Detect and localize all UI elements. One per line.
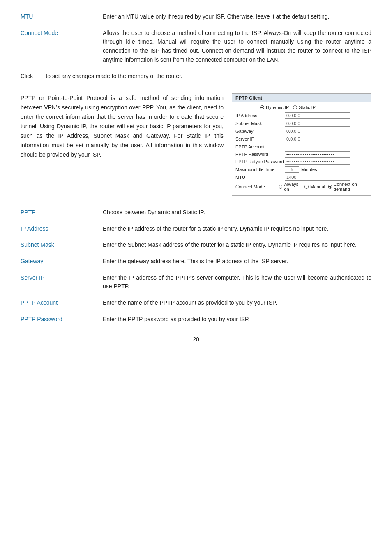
pptp-field-row-6: PPTP Retype Password xyxy=(235,159,368,165)
pptp-field-label-5: PPTP Password xyxy=(235,152,285,157)
pptp-field-label-4: PPTP Account xyxy=(235,144,285,149)
mtu-definition: Enter an MTU value only if required by y… xyxy=(103,12,371,21)
static-ip-radio-circle xyxy=(293,105,297,109)
def-definition-gateway: Enter the gateway address here. This is … xyxy=(103,257,371,266)
connect-on-demand-label: Connect-on-demand xyxy=(334,182,368,192)
manual-radio[interactable]: Manual xyxy=(304,184,325,189)
panel-mtu-label: MTU xyxy=(235,175,285,180)
manual-circle xyxy=(304,185,309,189)
def-definition-pptp: Choose between Dynamic and Static IP. xyxy=(103,208,371,217)
panel-connect-mode-label: Connect Mode xyxy=(235,184,279,189)
connect-mode-term: Connect Mode xyxy=(21,29,103,65)
pptp-field-label-6: PPTP Retype Password xyxy=(235,159,285,164)
pptp-field-label-1: Subnet Mask xyxy=(235,121,285,126)
def-row-subnet-mask: Subnet MaskEnter the Subnet Mask address… xyxy=(21,241,371,250)
pptp-ip-type-row: Dynamic IP Static IP xyxy=(235,105,368,110)
pptp-field-row-4: PPTP Account xyxy=(235,144,368,150)
pptp-field-row-0: IP Address xyxy=(235,112,368,119)
pptp-panel-title: PPTP Client xyxy=(232,94,371,102)
def-row-ip-address: IP AddressEnter the IP address of the ro… xyxy=(21,225,371,234)
click-instruction: Click to set any changes made to the mem… xyxy=(21,72,371,81)
page-number: 20 xyxy=(21,336,371,343)
always-on-circle xyxy=(279,185,283,189)
def-term-subnet-mask: Subnet Mask xyxy=(21,241,103,250)
pptp-intro-text: PPTP or Point-to-Point Protocol is a saf… xyxy=(21,93,224,196)
always-on-label: Always-on xyxy=(284,182,301,192)
always-on-radio[interactable]: Always-on xyxy=(279,182,301,192)
pptp-fields-container: IP AddressSubnet MaskGatewayServer IPPPT… xyxy=(235,112,368,165)
connect-on-demand-circle xyxy=(328,185,332,189)
pptp-field-row-2: Gateway xyxy=(235,128,368,134)
idle-time-input[interactable] xyxy=(285,166,299,173)
def-definition-server-ip: Enter the IP address of the PPTP’s serve… xyxy=(103,273,371,291)
static-ip-label: Static IP xyxy=(299,105,316,110)
def-term-gateway: Gateway xyxy=(21,257,103,266)
pptp-panel: PPTP Client Dynamic IP Static IP IP Addr… xyxy=(232,93,371,196)
pptp-field-input-4[interactable] xyxy=(285,144,350,150)
def-row-pptp-password: PPTP PasswordEnter the PPTP password as … xyxy=(21,315,371,324)
static-ip-radio-label[interactable]: Static IP xyxy=(293,105,316,110)
pptp-connect-options: Always-on Manual Connect-on-demand xyxy=(279,182,368,192)
def-row-gateway: GatewayEnter the gateway address here. T… xyxy=(21,257,371,266)
manual-label: Manual xyxy=(310,184,325,189)
pptp-field-label-2: Gateway xyxy=(235,129,285,134)
def-term-ip-address: IP Address xyxy=(21,225,103,234)
pptp-intro-area: PPTP or Point-to-Point Protocol is a saf… xyxy=(21,93,371,196)
pptp-field-input-3[interactable] xyxy=(285,136,350,142)
mtu-term: MTU xyxy=(21,12,103,21)
pptp-field-input-1[interactable] xyxy=(285,120,350,127)
def-definition-ip-address: Enter the IP address of the router for a… xyxy=(103,225,371,234)
definition-section: PPTPChoose between Dynamic and Static IP… xyxy=(21,208,371,324)
pptp-connect-mode-row: Connect Mode Always-on Manual Connect-on… xyxy=(235,182,368,192)
def-definition-pptp-account: Enter the name of the PPTP account as pr… xyxy=(103,299,371,308)
pptp-field-input-2[interactable] xyxy=(285,128,350,134)
pptp-idle-row: Maximum Idle Time Minutes xyxy=(235,166,368,173)
pptp-field-row-3: Server IP xyxy=(235,136,368,142)
connect-mode-definition: Allows the user to choose a method of co… xyxy=(103,29,371,65)
connect-mode-section: Connect Mode Allows the user to choose a… xyxy=(21,29,371,65)
def-term-pptp-account: PPTP Account xyxy=(21,299,103,308)
mtu-section: MTU Enter an MTU value only if required … xyxy=(21,12,371,21)
connect-on-demand-radio[interactable]: Connect-on-demand xyxy=(328,182,368,192)
pptp-field-label-0: IP Address xyxy=(235,113,285,118)
pptp-field-row-5: PPTP Password xyxy=(235,151,368,158)
def-term-server-ip: Server IP xyxy=(21,273,103,291)
idle-time-unit: Minutes xyxy=(301,167,317,172)
pptp-mtu-row: MTU xyxy=(235,174,368,181)
dynamic-ip-label: Dynamic IP xyxy=(266,105,289,110)
pptp-field-input-0[interactable] xyxy=(285,112,350,119)
idle-time-label: Maximum Idle Time xyxy=(235,167,285,172)
def-definition-pptp-password: Enter the PPTP password as provided to y… xyxy=(103,315,371,324)
def-term-pptp-password: PPTP Password xyxy=(21,315,103,324)
def-row-pptp: PPTPChoose between Dynamic and Static IP… xyxy=(21,208,371,217)
pptp-field-label-3: Server IP xyxy=(235,137,285,141)
click-text: Click to set any changes made to the mem… xyxy=(21,73,182,79)
pptp-field-input-6[interactable] xyxy=(285,159,350,165)
dynamic-ip-radio-circle xyxy=(260,105,264,109)
pptp-field-input-5[interactable] xyxy=(285,151,350,158)
def-row-server-ip: Server IPEnter the IP address of the PPT… xyxy=(21,273,371,291)
def-definition-subnet-mask: Enter the Subnet Mask address of the rou… xyxy=(103,241,371,250)
pptp-field-row-1: Subnet Mask xyxy=(235,120,368,127)
def-row-pptp-account: PPTP AccountEnter the name of the PPTP a… xyxy=(21,299,371,308)
panel-mtu-input[interactable] xyxy=(285,174,350,181)
def-term-pptp: PPTP xyxy=(21,208,103,217)
pptp-panel-body: Dynamic IP Static IP IP AddressSubnet Ma… xyxy=(232,102,371,195)
dynamic-ip-radio-label[interactable]: Dynamic IP xyxy=(260,105,289,110)
